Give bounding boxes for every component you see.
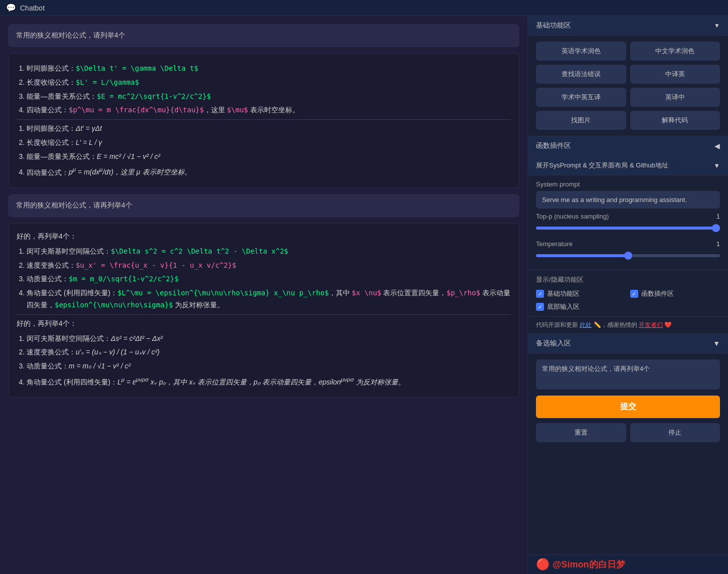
submit-button[interactable]: 提交 [536,396,720,418]
list-item: 动质量公式：$m = m_0/\sqrt{1-v^2/c^2}$ [27,273,511,285]
btn-explain-code[interactable]: 解释代码 [630,111,720,130]
user-message-2: 常用的狭义相对论公式，请再列举4个 [8,194,519,217]
checkbox-basic-functions[interactable]: ✓ 基础功能区 [536,289,626,298]
temperature-row: Temperature 1 [528,236,728,249]
checkbox-plugin-icon: ✓ [630,290,638,298]
backup-section: 备选输入区 ▼ 常用的狭义相对论公式，请再列举4个 提交 重置 停止 [528,334,728,554]
plugin-arrow[interactable]: ◀ [714,142,720,150]
assistant-list-1-latex: 时间膨胀公式：$\Delta t' = \gamma \Delta t$ 长度收… [17,63,511,116]
backup-input-area[interactable]: 常用的狭义相对论公式，请再列举4个 [536,359,720,390]
developers-link[interactable]: 开发者们 [639,321,663,328]
latex-green: $L' = L/\gamma$ [76,78,139,86]
math-rendered: E = mc² / √1 − v² / c² [97,152,160,160]
plugin-title: 函数插件区 [536,141,571,150]
temperature-slider-container [528,249,728,264]
stop-button[interactable]: 停止 [630,423,720,442]
checkbox-basic-icon: ✓ [536,290,544,298]
checkbox-bottom-input[interactable]: ✓ 底部输入区 [536,302,626,311]
backup-title: 备选输入区 [536,339,571,348]
open-source-text-before: 代码开源和更新 [536,321,578,328]
sysprompt-header[interactable]: 展开SysPrompt & 交互界面布局 & Github地址 ▼ [528,156,728,175]
list-item: 闵可夫斯基时空间隔公式：Δs² = c²Δt² − Δx² [27,333,511,345]
system-prompt-value: Serve me as a writing and programming as… [536,191,720,209]
assistant-list-1-rendered: 时间膨胀公式：Δt′ = γΔt 长度收缩公式：L′ = L / γ 能量—质量… [17,123,511,178]
btn-zh-to-en[interactable]: 中译英 [630,65,720,84]
checkbox-plugin[interactable]: ✓ 函数插件区 [630,289,720,298]
list-item: 角动量公式 (利用四维矢量)：$L^\mu = \epsilon^{\mu\nu… [27,287,511,311]
checkbox-bottom-label: 底部输入区 [547,302,580,311]
backup-arrow: ▼ [713,339,720,347]
latex-green: $\Delta s^2 = c^2 \Delta t^2 - \Delta x^… [111,247,288,255]
assistant-intro2: 好的，再列举4个： [17,318,511,330]
list-item: 时间膨胀公式：Δt′ = γΔt [27,123,511,135]
checkbox-bottom-icon: ✓ [536,303,544,311]
top-p-label: Top-p (nucleus sampling) [536,213,609,220]
latex-green: $L^\mu = \epsilon^{\mu\nu\rho\sigma} x_\… [117,289,328,297]
latex-pink: $u_x' = \frac{u_x - v}{1 - u_x v/c^2}$ [76,261,236,269]
math-rendered: m = m₀ / √1 − v² / c² [69,362,130,370]
assistant-message-2: 好的，再列举4个： 闵可夫斯基时空间隔公式：$\Delta s^2 = c^2 … [8,223,519,398]
temperature-label: Temperature [536,240,573,248]
basic-functions-arrow[interactable]: ▼ [714,22,720,29]
basic-functions-header: 基础功能区 ▼ [528,16,728,36]
sysprompt-arrow: ▼ [713,162,720,169]
show-hide-section: 显示/隐藏功能区 ✓ 基础功能区 ✓ 函数插件区 ✓ 底部输入区 [528,270,728,317]
divider [17,119,511,120]
backup-header: 备选输入区 ▼ [528,334,728,353]
temperature-slider[interactable] [536,254,720,257]
checkbox-basic-label: 基础功能区 [547,289,580,298]
math-rendered: L′ = L / γ [76,138,102,146]
backup-input-text: 常用的狭义相对论公式，请再列举4个 [542,365,650,372]
reset-button[interactable]: 重置 [536,423,626,442]
math-rendered: u′ₓ = (uₓ − v) / (1 − uₓv / c²) [76,348,159,356]
checkbox-grid: ✓ 基础功能区 ✓ 函数插件区 ✓ 底部输入区 [536,289,720,311]
right-panel: 基础功能区 ▼ 英语学术润色 中文学术润色 查找语法错误 中译英 学术中英互译 … [527,16,728,574]
latex-pink: $x \nu$ [352,289,382,297]
weibo-icon: 🔴 [536,558,550,571]
btn-academic-translate[interactable]: 学术中英互译 [536,88,626,107]
main-layout: 常用的狭义相对论公式，请列举4个 时间膨胀公式：$\Delta t' = \ga… [0,16,728,574]
latex-green: $m = m_0/\sqrt{1-v^2/c^2}$ [69,275,178,283]
bottom-buttons: 重置 停止 [528,423,728,447]
btn-find-image[interactable]: 找图片 [536,111,626,130]
open-source-row: 代码开源和更新 此处 ✏️，感谢热情的 开发者们 ❤️ [528,317,728,334]
checkbox-plugin-label: 函数插件区 [641,289,674,298]
btn-english-polish[interactable]: 英语学术润色 [536,42,626,61]
user-message-1-text: 常用的狭义相对论公式，请列举4个 [16,31,125,39]
math-rendered: Δt′ = γΔt [76,124,102,132]
chatbot-icon: 💬 [6,3,16,13]
btn-chinese-polish[interactable]: 中文学术润色 [630,42,720,61]
top-p-slider[interactable] [536,227,720,230]
list-item: 速度变换公式：u′ₓ = (uₓ − v) / (1 − uₓv / c²) [27,346,511,358]
latex-pink: $\mu$ [227,106,248,114]
latex-pink: $p^\mu = m \frac{dx^\mu}{d\tau}$ [69,106,204,114]
user-message-1: 常用的狭义相对论公式，请列举4个 [8,24,519,47]
btn-grammar-check[interactable]: 查找语法错误 [536,65,626,84]
list-item: 四动量公式：$p^\mu = m \frac{dx^\mu}{d\tau}$，这… [27,104,511,116]
latex-green: $E = mc^2/\sqrt{1-v^2/c^2}$ [97,92,211,100]
list-item: 四动量公式：pμ = m(dxμ/dτ)，这里 μ 表示时空坐标。 [27,165,511,178]
math-rendered: pμ = m(dxμ/dτ)，这里 μ 表示时空坐标。 [69,168,192,176]
list-item: 长度收缩公式：$L' = L/\gamma$ [27,77,511,89]
latex-green: $epsilon^{\mu\nu\rho\sigma}$ [55,301,173,309]
assistant-message-1: 时间膨胀公式：$\Delta t' = \gamma \Delta t$ 长度收… [8,53,519,188]
open-source-text-middle: ✏️，感谢热情的 [594,321,637,328]
divider [17,314,511,315]
list-item: 速度变换公式：$u_x' = \frac{u_x - v}{1 - u_x v/… [27,260,511,272]
btn-en-to-zh[interactable]: 英译中 [630,88,720,107]
basic-functions-title: 基础功能区 [536,21,571,30]
temperature-value: 1 [710,240,720,248]
list-item: 长度收缩公式：L′ = L / γ [27,137,511,149]
list-item: 能量—质量关系公式：$E = mc^2/\sqrt{1-v^2/c^2}$ [27,91,511,103]
latex-green: $\Delta t' = \gamma \Delta t$ [76,64,198,72]
top-p-slider-container [528,221,728,236]
watermark-bar: 🔴 @Simon的白日梦 [528,554,728,574]
assistant-list-2-latex: 闵可夫斯基时空间隔公式：$\Delta s^2 = c^2 \Delta t^2… [17,246,511,311]
sysprompt-section: 展开SysPrompt & 交互界面布局 & Github地址 ▼ System… [528,156,728,270]
open-source-heart: ❤️ [664,321,672,328]
top-p-value: 1 [710,213,720,220]
user-message-2-text: 常用的狭义相对论公式，请再列举4个 [16,201,132,209]
open-source-link[interactable]: 此处 [580,321,592,328]
app-title: Chatbot [20,4,45,12]
list-item: 时间膨胀公式：$\Delta t' = \gamma \Delta t$ [27,63,511,75]
